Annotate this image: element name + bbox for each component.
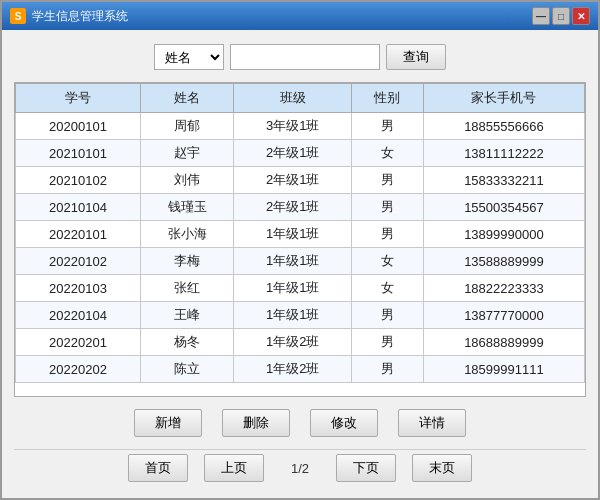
table-row[interactable]: 20210101赵宇2年级1班女13811112222 — [16, 140, 585, 167]
page-info: 1/2 — [280, 461, 320, 476]
delete-button[interactable]: 删除 — [222, 409, 290, 437]
action-bar: 新增 删除 修改 详情 — [14, 405, 586, 441]
col-header-phone: 家长手机号 — [423, 84, 584, 113]
first-page-button[interactable]: 首页 — [128, 454, 188, 482]
table-row[interactable]: 20210104钱瑾玉2年级1班男15500354567 — [16, 194, 585, 221]
content-area: 姓名 查询 学号 姓名 班级 性别 家长手机号 20200101周郁3年级1班男… — [2, 30, 598, 498]
table-row[interactable]: 20220201杨冬1年级2班男18688889999 — [16, 329, 585, 356]
table-row[interactable]: 20220103张红1年级1班女18822223333 — [16, 275, 585, 302]
maximize-button[interactable]: □ — [552, 7, 570, 25]
data-table-container: 学号 姓名 班级 性别 家长手机号 20200101周郁3年级1班男188555… — [14, 82, 586, 397]
main-window: S 学生信息管理系统 — □ ✕ 姓名 查询 学号 姓名 班级 性别 — [0, 0, 600, 500]
col-header-id: 学号 — [16, 84, 141, 113]
table-row[interactable]: 20220101张小海1年级1班男13899990000 — [16, 221, 585, 248]
detail-button[interactable]: 详情 — [398, 409, 466, 437]
table-row[interactable]: 20220202陈立1年级2班男18599991111 — [16, 356, 585, 383]
app-icon: S — [10, 8, 26, 24]
prev-page-button[interactable]: 上页 — [204, 454, 264, 482]
search-field-select[interactable]: 姓名 — [154, 44, 224, 70]
table-row[interactable]: 20220102李梅1年级1班女13588889999 — [16, 248, 585, 275]
nav-bar: 首页 上页 1/2 下页 末页 — [14, 449, 586, 488]
search-button[interactable]: 查询 — [386, 44, 446, 70]
last-page-button[interactable]: 末页 — [412, 454, 472, 482]
minimize-button[interactable]: — — [532, 7, 550, 25]
next-page-button[interactable]: 下页 — [336, 454, 396, 482]
add-button[interactable]: 新增 — [134, 409, 202, 437]
col-header-gender: 性别 — [352, 84, 424, 113]
col-header-class: 班级 — [234, 84, 352, 113]
edit-button[interactable]: 修改 — [310, 409, 378, 437]
col-header-name: 姓名 — [140, 84, 233, 113]
window-title: 学生信息管理系统 — [32, 8, 128, 25]
search-bar: 姓名 查询 — [14, 40, 586, 74]
table-row[interactable]: 20200101周郁3年级1班男18855556666 — [16, 113, 585, 140]
table-row[interactable]: 20210102刘伟2年级1班男15833332211 — [16, 167, 585, 194]
table-row[interactable]: 20220104王峰1年级1班男13877770000 — [16, 302, 585, 329]
title-bar-left: S 学生信息管理系统 — [10, 8, 128, 25]
title-buttons: — □ ✕ — [532, 7, 590, 25]
table-header-row: 学号 姓名 班级 性别 家长手机号 — [16, 84, 585, 113]
title-bar: S 学生信息管理系统 — □ ✕ — [2, 2, 598, 30]
student-table: 学号 姓名 班级 性别 家长手机号 20200101周郁3年级1班男188555… — [15, 83, 585, 383]
close-button[interactable]: ✕ — [572, 7, 590, 25]
search-input[interactable] — [230, 44, 380, 70]
